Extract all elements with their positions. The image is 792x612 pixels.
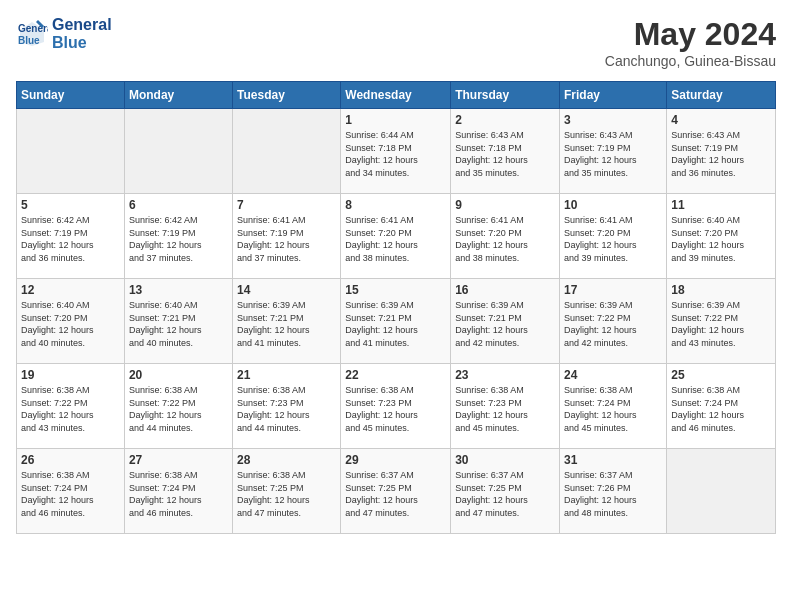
day-number: 3 bbox=[564, 113, 662, 127]
title-block: May 2024 Canchungo, Guinea-Bissau bbox=[605, 16, 776, 69]
calendar-cell: 16Sunrise: 6:39 AM Sunset: 7:21 PM Dayli… bbox=[451, 279, 560, 364]
day-number: 9 bbox=[455, 198, 555, 212]
day-info: Sunrise: 6:40 AM Sunset: 7:20 PM Dayligh… bbox=[21, 299, 120, 349]
calendar-cell: 31Sunrise: 6:37 AM Sunset: 7:26 PM Dayli… bbox=[560, 449, 667, 534]
day-number: 28 bbox=[237, 453, 336, 467]
day-number: 4 bbox=[671, 113, 771, 127]
day-info: Sunrise: 6:39 AM Sunset: 7:22 PM Dayligh… bbox=[564, 299, 662, 349]
calendar-cell: 29Sunrise: 6:37 AM Sunset: 7:25 PM Dayli… bbox=[341, 449, 451, 534]
day-number: 8 bbox=[345, 198, 446, 212]
calendar-cell: 3Sunrise: 6:43 AM Sunset: 7:19 PM Daylig… bbox=[560, 109, 667, 194]
day-number: 14 bbox=[237, 283, 336, 297]
calendar-cell: 23Sunrise: 6:38 AM Sunset: 7:23 PM Dayli… bbox=[451, 364, 560, 449]
day-number: 15 bbox=[345, 283, 446, 297]
day-info: Sunrise: 6:38 AM Sunset: 7:24 PM Dayligh… bbox=[21, 469, 120, 519]
day-number: 6 bbox=[129, 198, 228, 212]
calendar-cell: 28Sunrise: 6:38 AM Sunset: 7:25 PM Dayli… bbox=[233, 449, 341, 534]
header-day-thursday: Thursday bbox=[451, 82, 560, 109]
day-number: 25 bbox=[671, 368, 771, 382]
day-number: 16 bbox=[455, 283, 555, 297]
calendar-cell: 8Sunrise: 6:41 AM Sunset: 7:20 PM Daylig… bbox=[341, 194, 451, 279]
calendar-cell bbox=[17, 109, 125, 194]
day-number: 11 bbox=[671, 198, 771, 212]
day-info: Sunrise: 6:39 AM Sunset: 7:21 PM Dayligh… bbox=[345, 299, 446, 349]
calendar-week-1: 1Sunrise: 6:44 AM Sunset: 7:18 PM Daylig… bbox=[17, 109, 776, 194]
calendar-cell: 26Sunrise: 6:38 AM Sunset: 7:24 PM Dayli… bbox=[17, 449, 125, 534]
day-info: Sunrise: 6:43 AM Sunset: 7:18 PM Dayligh… bbox=[455, 129, 555, 179]
calendar-cell bbox=[124, 109, 232, 194]
logo-blue: Blue bbox=[52, 34, 112, 52]
svg-text:General: General bbox=[18, 23, 48, 34]
calendar-cell bbox=[667, 449, 776, 534]
month-year-title: May 2024 bbox=[605, 16, 776, 53]
location-subtitle: Canchungo, Guinea-Bissau bbox=[605, 53, 776, 69]
day-info: Sunrise: 6:43 AM Sunset: 7:19 PM Dayligh… bbox=[671, 129, 771, 179]
calendar-cell: 14Sunrise: 6:39 AM Sunset: 7:21 PM Dayli… bbox=[233, 279, 341, 364]
calendar-cell: 20Sunrise: 6:38 AM Sunset: 7:22 PM Dayli… bbox=[124, 364, 232, 449]
calendar-cell: 30Sunrise: 6:37 AM Sunset: 7:25 PM Dayli… bbox=[451, 449, 560, 534]
calendar-cell: 4Sunrise: 6:43 AM Sunset: 7:19 PM Daylig… bbox=[667, 109, 776, 194]
day-info: Sunrise: 6:39 AM Sunset: 7:21 PM Dayligh… bbox=[237, 299, 336, 349]
calendar-cell: 15Sunrise: 6:39 AM Sunset: 7:21 PM Dayli… bbox=[341, 279, 451, 364]
calendar-week-3: 12Sunrise: 6:40 AM Sunset: 7:20 PM Dayli… bbox=[17, 279, 776, 364]
header-day-friday: Friday bbox=[560, 82, 667, 109]
svg-text:Blue: Blue bbox=[18, 35, 40, 46]
calendar-cell: 9Sunrise: 6:41 AM Sunset: 7:20 PM Daylig… bbox=[451, 194, 560, 279]
day-number: 23 bbox=[455, 368, 555, 382]
day-info: Sunrise: 6:38 AM Sunset: 7:25 PM Dayligh… bbox=[237, 469, 336, 519]
calendar-cell bbox=[233, 109, 341, 194]
calendar-cell: 17Sunrise: 6:39 AM Sunset: 7:22 PM Dayli… bbox=[560, 279, 667, 364]
calendar-cell: 21Sunrise: 6:38 AM Sunset: 7:23 PM Dayli… bbox=[233, 364, 341, 449]
calendar-week-5: 26Sunrise: 6:38 AM Sunset: 7:24 PM Dayli… bbox=[17, 449, 776, 534]
calendar-cell: 24Sunrise: 6:38 AM Sunset: 7:24 PM Dayli… bbox=[560, 364, 667, 449]
calendar-cell: 1Sunrise: 6:44 AM Sunset: 7:18 PM Daylig… bbox=[341, 109, 451, 194]
day-info: Sunrise: 6:40 AM Sunset: 7:20 PM Dayligh… bbox=[671, 214, 771, 264]
calendar-cell: 7Sunrise: 6:41 AM Sunset: 7:19 PM Daylig… bbox=[233, 194, 341, 279]
header-day-wednesday: Wednesday bbox=[341, 82, 451, 109]
day-number: 31 bbox=[564, 453, 662, 467]
calendar-week-2: 5Sunrise: 6:42 AM Sunset: 7:19 PM Daylig… bbox=[17, 194, 776, 279]
day-number: 19 bbox=[21, 368, 120, 382]
calendar-cell: 10Sunrise: 6:41 AM Sunset: 7:20 PM Dayli… bbox=[560, 194, 667, 279]
calendar-cell: 12Sunrise: 6:40 AM Sunset: 7:20 PM Dayli… bbox=[17, 279, 125, 364]
day-info: Sunrise: 6:44 AM Sunset: 7:18 PM Dayligh… bbox=[345, 129, 446, 179]
logo-icon: General Blue bbox=[16, 18, 48, 50]
calendar-cell: 2Sunrise: 6:43 AM Sunset: 7:18 PM Daylig… bbox=[451, 109, 560, 194]
day-info: Sunrise: 6:43 AM Sunset: 7:19 PM Dayligh… bbox=[564, 129, 662, 179]
calendar-cell: 13Sunrise: 6:40 AM Sunset: 7:21 PM Dayli… bbox=[124, 279, 232, 364]
calendar-cell: 25Sunrise: 6:38 AM Sunset: 7:24 PM Dayli… bbox=[667, 364, 776, 449]
day-info: Sunrise: 6:41 AM Sunset: 7:19 PM Dayligh… bbox=[237, 214, 336, 264]
day-number: 13 bbox=[129, 283, 228, 297]
day-number: 5 bbox=[21, 198, 120, 212]
day-number: 21 bbox=[237, 368, 336, 382]
logo: General Blue General Blue bbox=[16, 16, 112, 51]
day-number: 17 bbox=[564, 283, 662, 297]
day-number: 29 bbox=[345, 453, 446, 467]
header-row: SundayMondayTuesdayWednesdayThursdayFrid… bbox=[17, 82, 776, 109]
calendar-body: 1Sunrise: 6:44 AM Sunset: 7:18 PM Daylig… bbox=[17, 109, 776, 534]
calendar-cell: 6Sunrise: 6:42 AM Sunset: 7:19 PM Daylig… bbox=[124, 194, 232, 279]
day-number: 20 bbox=[129, 368, 228, 382]
day-info: Sunrise: 6:38 AM Sunset: 7:23 PM Dayligh… bbox=[345, 384, 446, 434]
page-header: General Blue General Blue May 2024 Canch… bbox=[16, 16, 776, 69]
day-info: Sunrise: 6:42 AM Sunset: 7:19 PM Dayligh… bbox=[21, 214, 120, 264]
logo-general: General bbox=[52, 16, 112, 34]
day-number: 27 bbox=[129, 453, 228, 467]
calendar-cell: 22Sunrise: 6:38 AM Sunset: 7:23 PM Dayli… bbox=[341, 364, 451, 449]
day-number: 30 bbox=[455, 453, 555, 467]
day-info: Sunrise: 6:41 AM Sunset: 7:20 PM Dayligh… bbox=[345, 214, 446, 264]
day-info: Sunrise: 6:37 AM Sunset: 7:25 PM Dayligh… bbox=[345, 469, 446, 519]
day-info: Sunrise: 6:38 AM Sunset: 7:24 PM Dayligh… bbox=[129, 469, 228, 519]
day-number: 2 bbox=[455, 113, 555, 127]
header-day-saturday: Saturday bbox=[667, 82, 776, 109]
day-number: 24 bbox=[564, 368, 662, 382]
day-info: Sunrise: 6:38 AM Sunset: 7:23 PM Dayligh… bbox=[455, 384, 555, 434]
header-day-sunday: Sunday bbox=[17, 82, 125, 109]
day-number: 7 bbox=[237, 198, 336, 212]
calendar-header: SundayMondayTuesdayWednesdayThursdayFrid… bbox=[17, 82, 776, 109]
calendar-cell: 11Sunrise: 6:40 AM Sunset: 7:20 PM Dayli… bbox=[667, 194, 776, 279]
calendar-cell: 5Sunrise: 6:42 AM Sunset: 7:19 PM Daylig… bbox=[17, 194, 125, 279]
day-info: Sunrise: 6:40 AM Sunset: 7:21 PM Dayligh… bbox=[129, 299, 228, 349]
calendar-cell: 19Sunrise: 6:38 AM Sunset: 7:22 PM Dayli… bbox=[17, 364, 125, 449]
calendar-cell: 27Sunrise: 6:38 AM Sunset: 7:24 PM Dayli… bbox=[124, 449, 232, 534]
